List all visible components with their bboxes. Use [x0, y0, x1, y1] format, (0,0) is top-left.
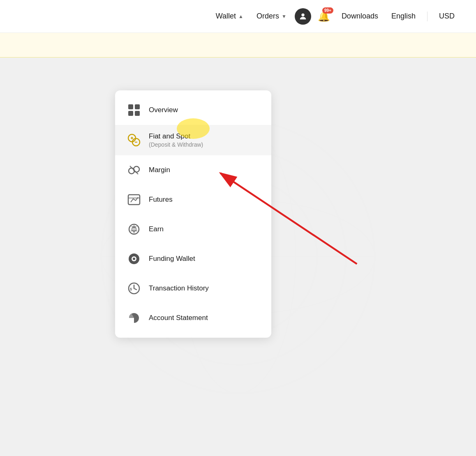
navbar-items: Wallet ▲ Orders ▼ 🔔 99+ Downloads Englis… [211, 7, 460, 25]
svg-rect-7 [135, 104, 140, 109]
earn-text: Earn [149, 225, 164, 233]
funding-wallet-label: Funding Wallet [149, 255, 195, 263]
futures-label: Futures [149, 196, 173, 204]
account-statement-text: Account Statement [149, 314, 208, 322]
svg-text:$: $ [130, 287, 132, 291]
overview-label: Overview [149, 106, 178, 114]
wallet-nav-item[interactable]: Wallet ▲ [211, 9, 248, 24]
wallet-label: Wallet [216, 12, 236, 21]
dropdown-item-account-statement[interactable]: Account Statement [115, 303, 271, 333]
currency-nav-item[interactable]: USD [434, 9, 460, 24]
account-statement-label: Account Statement [149, 314, 208, 322]
language-label: English [391, 12, 416, 21]
dropdown-item-margin[interactable]: Margin [115, 155, 271, 185]
downloads-label: Downloads [342, 12, 378, 21]
downloads-nav-item[interactable]: Downloads [337, 9, 383, 24]
notification-badge: 99+ [322, 7, 333, 14]
wallet-dropdown-menu: Overview Fiat and Spot (Deposit & Withdr… [115, 90, 271, 338]
overview-icon [127, 103, 141, 117]
transaction-history-label: Transaction History [149, 284, 209, 292]
svg-point-19 [133, 258, 135, 260]
svg-rect-6 [128, 104, 133, 109]
fiat-spot-icon [127, 133, 141, 147]
earn-label: Earn [149, 225, 164, 233]
futures-icon [127, 192, 141, 207]
notification-bell[interactable]: 🔔 99+ [314, 7, 333, 25]
svg-rect-9 [135, 111, 140, 116]
dropdown-item-futures[interactable]: Futures [115, 185, 271, 214]
wallet-caret-icon: ▲ [238, 14, 243, 19]
currency-label: USD [439, 12, 455, 21]
main-content: Overview Fiat and Spot (Deposit & Withdr… [0, 58, 476, 456]
overview-text: Overview [149, 106, 178, 114]
earn-icon [127, 222, 141, 237]
language-nav-item[interactable]: English [386, 9, 421, 24]
margin-text: Margin [149, 166, 170, 174]
funding-wallet-text: Funding Wallet [149, 255, 195, 263]
user-avatar[interactable] [295, 8, 311, 25]
orders-caret-icon: ▼ [282, 14, 287, 19]
fiat-spot-sublabel: (Deposit & Withdraw) [149, 141, 203, 148]
fiat-spot-label: Fiat and Spot [149, 132, 203, 140]
fiat-spot-text: Fiat and Spot (Deposit & Withdraw) [149, 132, 203, 148]
dropdown-item-funding-wallet[interactable]: Funding Wallet [115, 244, 271, 274]
svg-rect-8 [128, 111, 133, 116]
svg-point-0 [301, 13, 304, 16]
margin-icon [127, 163, 141, 177]
navbar: Wallet ▲ Orders ▼ 🔔 99+ Downloads Englis… [0, 0, 476, 33]
futures-text: Futures [149, 196, 173, 204]
dropdown-item-fiat-spot[interactable]: Fiat and Spot (Deposit & Withdraw) [115, 125, 271, 155]
dropdown-item-earn[interactable]: Earn [115, 214, 271, 244]
transaction-history-icon: $ [127, 281, 141, 296]
orders-label: Orders [256, 12, 279, 21]
dropdown-item-transaction-history[interactable]: $ Transaction History [115, 274, 271, 303]
nav-divider [427, 12, 427, 21]
transaction-history-text: Transaction History [149, 284, 209, 292]
margin-label: Margin [149, 166, 170, 174]
account-statement-icon [127, 311, 141, 325]
orders-nav-item[interactable]: Orders ▼ [252, 9, 291, 24]
yellow-banner [0, 33, 476, 58]
dropdown-item-overview[interactable]: Overview [115, 95, 271, 125]
funding-wallet-icon [127, 251, 141, 266]
